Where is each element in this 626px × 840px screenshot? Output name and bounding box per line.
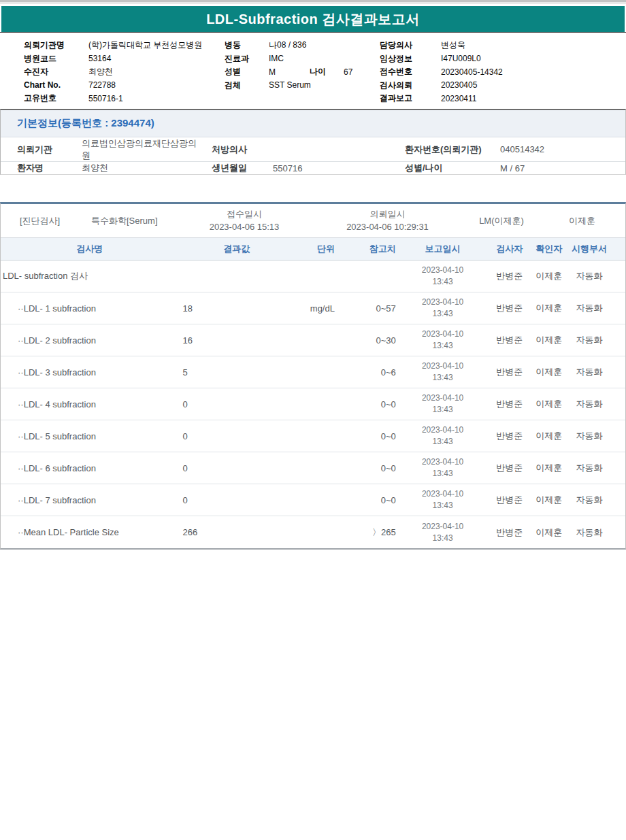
- field-value: 변성욱: [441, 39, 465, 51]
- report-time: 13:43: [396, 308, 490, 320]
- performing-department: 자동화: [568, 366, 610, 378]
- patient-header-col-right: 담당의사 변성욱 임상정보 I47U009L0 접수번호 20230405-14…: [380, 39, 503, 105]
- report-time: 13:43: [396, 404, 490, 416]
- test-name: ··LDL- 2 subfraction: [1, 335, 178, 346]
- test-name: ··LDL- 6 subfraction: [1, 463, 178, 473]
- test-name: LDL- subfraction 검사: [1, 270, 178, 282]
- column-header-tester: 검사자: [489, 243, 529, 255]
- report-datetime: 2023-04-10 13:43: [396, 424, 490, 448]
- column-header-result: 결과값: [178, 243, 250, 255]
- column-header-unit: 단위: [250, 243, 335, 255]
- checker-name: 이제훈: [529, 270, 568, 282]
- patient-field-row: 성별 M 나이 67: [225, 65, 352, 79]
- results-section: [진단검사] 특수화학[Serum] 접수일시 2023-04-06 15:13…: [0, 202, 626, 550]
- test-name: ··LDL- 4 subfraction: [1, 399, 178, 409]
- checker-name: 이제훈: [529, 462, 568, 474]
- report-title: LDL-Subfraction 검사결과보고서: [206, 10, 420, 29]
- result-value: 0: [178, 495, 250, 505]
- performing-department: 자동화: [568, 430, 610, 442]
- field-label: 병원코드: [24, 53, 88, 65]
- result-value: 0: [178, 431, 250, 441]
- report-datetime: 2023-04-10 13:43: [396, 392, 490, 416]
- patient-field-row: Chart No. 722788: [24, 79, 202, 93]
- report-datetime: 2023-04-10 13:43: [396, 297, 490, 320]
- reference-range: 〉265: [335, 526, 396, 539]
- report-time: 13:43: [396, 276, 490, 288]
- report-datetime: 2023-04-10 13:43: [396, 521, 490, 544]
- field-label: 접수번호: [380, 66, 441, 78]
- patient-field-row: 고유번호 550716-1: [24, 92, 202, 105]
- result-row: ··LDL- 5 subfraction 0 0~0 2023-04-10 13…: [1, 420, 625, 452]
- field-label: 진료과: [225, 53, 269, 65]
- column-header-test-name: 검사명: [1, 243, 178, 255]
- report-time: 13:43: [396, 500, 490, 511]
- performing-department: 자동화: [568, 398, 610, 410]
- field-label: Chart No.: [24, 80, 88, 90]
- results-table-body: LDL- subfraction 검사 2023-04-10 13:43 반병준…: [1, 261, 625, 548]
- tester-name: 반병준: [489, 334, 529, 346]
- field-value: 나08 / 836: [269, 39, 310, 51]
- field-label: 검체: [225, 80, 269, 91]
- performing-department: 자동화: [568, 462, 610, 474]
- column-header-department: 시행부서: [568, 243, 610, 255]
- report-title-band: LDL-Subfraction 검사결과보고서: [1, 6, 625, 32]
- checker-name: 이제훈: [529, 366, 568, 378]
- field-label: 처방의사: [212, 144, 273, 156]
- checker-name: 이제훈: [529, 526, 568, 539]
- tester-name: 반병준: [489, 526, 529, 539]
- report-time: 13:43: [396, 372, 490, 384]
- field-value: IMC: [269, 54, 310, 63]
- report-date: 2023-04-10: [396, 297, 490, 308]
- result-value: 5: [178, 367, 250, 377]
- field-value: 최양천: [88, 66, 113, 78]
- receipt-datetime: 2023-04-06 15:13: [210, 222, 280, 232]
- result-row: ··LDL- 3 subfraction 5 0~6 2023-04-10 13…: [1, 356, 625, 388]
- receipt-label: 접수일시: [227, 209, 262, 219]
- field-value: 53164: [88, 54, 111, 63]
- request-label: 의뢰일시: [370, 209, 406, 219]
- field-label: 임상정보: [380, 53, 441, 65]
- reference-range: 0~0: [335, 399, 396, 409]
- patient-field-row: 수진자 최양천: [24, 65, 202, 79]
- result-value: 18: [178, 303, 250, 314]
- field-label: 성별/나이: [405, 162, 500, 174]
- field-label: 의뢰기관명: [24, 39, 88, 51]
- field-value: M / 67: [500, 163, 625, 173]
- report-date: 2023-04-10: [396, 456, 490, 468]
- field-label: 병동: [225, 39, 269, 51]
- field-label: 담당의사: [380, 39, 441, 51]
- field-value: 최양천: [82, 162, 204, 174]
- checker-name: 이제훈: [529, 494, 568, 506]
- report-date: 2023-04-10: [396, 329, 490, 340]
- tester-name: 반병준: [489, 430, 529, 442]
- result-row: ··LDL- 4 subfraction 0 0~0 2023-04-10 13…: [1, 388, 625, 420]
- tester-name: 반병준: [489, 366, 529, 378]
- tester-name: 반병준: [489, 302, 529, 314]
- basic-info-table: 의뢰기관 의료법인삼광의료재단삼광의원 처방의사 환자번호(의뢰기관) 0405…: [1, 137, 625, 174]
- field-label: 결과보고: [380, 93, 441, 104]
- report-time: 13:43: [396, 436, 490, 448]
- field-label: 의뢰기관: [17, 144, 82, 156]
- result-row: ··LDL- 7 subfraction 0 0~0 2023-04-10 13…: [1, 484, 625, 516]
- patient-field-row: 검사의뢰 20230405: [380, 79, 503, 93]
- field-value: 722788: [88, 80, 116, 90]
- report-date: 2023-04-10: [396, 265, 490, 276]
- patient-field-row: 검체 SST Serum: [225, 79, 352, 93]
- performing-department: 자동화: [568, 494, 610, 506]
- result-row: LDL- subfraction 검사 2023-04-10 13:43 반병준…: [1, 261, 625, 292]
- report-time: 13:43: [396, 340, 490, 352]
- test-name: ··LDL- 3 subfraction: [1, 367, 178, 377]
- result-unit: mg/dL: [250, 303, 335, 314]
- performing-department: 자동화: [568, 334, 610, 346]
- reference-range: 0~6: [335, 367, 396, 377]
- results-table-header: 검사명 결과값 단위 참고치 보고일시 검사자 확인자 시행부서: [1, 238, 625, 261]
- field-label: 검사의뢰: [380, 80, 441, 91]
- report-datetime: 2023-04-10 13:43: [396, 360, 490, 384]
- checker-name: 이제훈: [529, 430, 568, 442]
- report-date: 2023-04-10: [396, 521, 490, 533]
- order-info-row: [진단검사] 특수화학[Serum] 접수일시 2023-04-06 15:13…: [1, 204, 625, 238]
- report-datetime: 2023-04-10 13:43: [396, 488, 490, 511]
- performing-department: 자동화: [568, 270, 610, 282]
- reference-range: 0~30: [335, 335, 396, 346]
- field-value: 550716: [273, 163, 405, 173]
